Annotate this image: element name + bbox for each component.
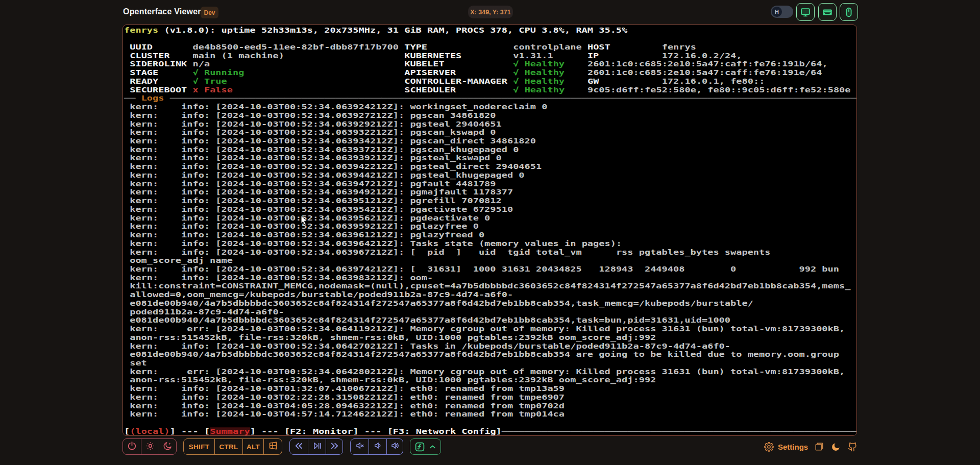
volume-down-icon <box>373 441 382 452</box>
github-link-button[interactable] <box>848 442 857 452</box>
mute-button[interactable] <box>351 439 369 454</box>
display-icon <box>800 7 811 18</box>
settings-label: Settings <box>778 443 808 451</box>
night-mode-button[interactable] <box>159 439 176 454</box>
dev-badge: Dev <box>201 7 218 18</box>
display-status-button[interactable] <box>796 3 815 21</box>
volume-controls-group <box>350 438 403 455</box>
bottom-right-tools: Settings <box>764 438 857 455</box>
function-key-icon <box>414 442 425 452</box>
moon-icon <box>831 442 841 452</box>
volume-up-button[interactable] <box>386 439 403 454</box>
next-track-icon <box>330 442 339 452</box>
function-keys-button[interactable] <box>410 438 441 455</box>
power-button[interactable] <box>123 439 141 454</box>
power-icon <box>127 441 137 453</box>
keyboard-status-button[interactable] <box>818 3 837 21</box>
windows-key-button[interactable] <box>263 439 282 454</box>
brightness-button[interactable] <box>141 439 159 454</box>
hid-toggle-knob: H <box>772 7 782 17</box>
keyboard-icon <box>822 7 833 18</box>
copy-window-icon <box>815 442 824 451</box>
volume-down-button[interactable] <box>369 439 386 454</box>
prev-track-button[interactable] <box>290 439 308 454</box>
mouse-pointer-icon <box>301 215 308 228</box>
prev-track-icon <box>295 442 303 452</box>
remote-screen[interactable]: fenrys (v1.8.0): uptime 52h33m13s, 20x73… <box>122 25 857 436</box>
volume-up-icon <box>390 441 400 452</box>
terminal-screen: fenrys (v1.8.0): uptime 52h33m13s, 20x73… <box>124 26 857 436</box>
chevron-up-icon <box>429 443 436 451</box>
brightness-icon <box>145 441 155 453</box>
gear-icon <box>764 442 774 452</box>
play-pause-icon <box>313 442 322 452</box>
night-mode-icon <box>163 441 173 453</box>
power-controls-group <box>122 438 177 455</box>
app-title: Openterface Viewer <box>123 7 201 16</box>
play-pause-button[interactable] <box>308 439 326 454</box>
windows-key-icon <box>268 441 278 452</box>
mouse-icon <box>843 7 854 18</box>
modifier-keys-group: SHIFT CTRL ALT <box>183 438 282 455</box>
mute-icon <box>355 441 364 452</box>
alt-key-button[interactable]: ALT <box>242 439 263 454</box>
ctrl-key-button[interactable]: CTRL <box>214 439 242 454</box>
mouse-coords-badge: X: 349, Y: 371 <box>468 6 513 18</box>
settings-button[interactable]: Settings <box>764 442 808 452</box>
theme-toggle-button[interactable] <box>831 442 841 452</box>
mouse-status-button[interactable] <box>840 3 858 21</box>
shift-key-button[interactable]: SHIFT <box>184 439 214 454</box>
media-controls-group <box>289 438 343 455</box>
screenshot-button[interactable] <box>815 442 824 451</box>
github-icon <box>848 442 857 452</box>
next-track-button[interactable] <box>326 439 342 454</box>
hid-mode-toggle[interactable]: H <box>771 6 793 18</box>
